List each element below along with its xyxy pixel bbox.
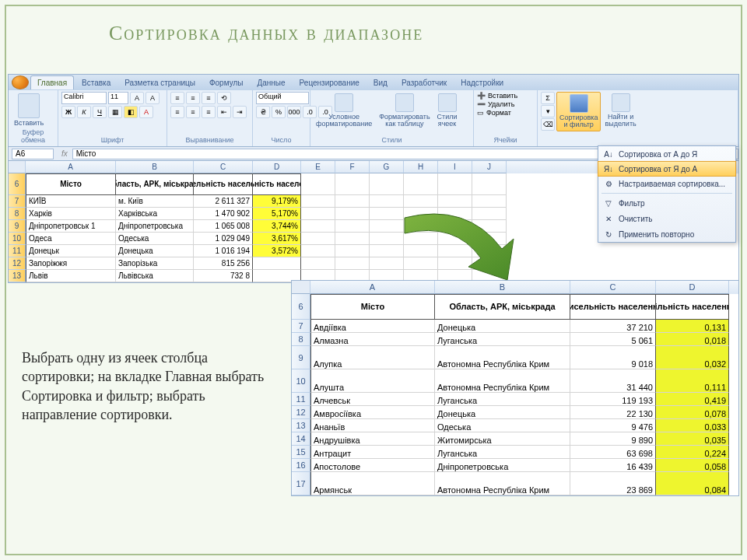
menu-clear[interactable]: ✕Очистить — [598, 211, 735, 226]
cell-region[interactable]: Луганська — [435, 333, 570, 346]
cell-region[interactable]: Запорізька — [116, 257, 194, 270]
cell-pop[interactable]: 1 029 049 — [194, 233, 253, 245]
paste-button[interactable]: Вставить — [12, 92, 46, 128]
cell-region[interactable]: Луганська — [435, 446, 570, 459]
borders-button[interactable]: ▦ — [108, 106, 122, 118]
cell-city[interactable]: Донецьк — [26, 245, 116, 257]
tab-addins[interactable]: Надстройки — [454, 76, 510, 89]
cell-density[interactable]: 0,032 — [656, 346, 729, 369]
indent-inc-button[interactable]: ⇥ — [233, 106, 247, 118]
cell-density[interactable]: 3,617% — [253, 233, 301, 245]
menu-filter[interactable]: ▽Фильтр — [598, 195, 735, 211]
cell-city[interactable]: Ананьїв — [310, 419, 435, 432]
cell-pop[interactable]: 63 698 — [570, 446, 656, 459]
sheet2-col-b[interactable]: B — [435, 281, 570, 294]
tab-pagelayout[interactable]: Разметка страницы — [118, 76, 202, 89]
cell-city[interactable]: Дніпропетровськ 1 — [26, 220, 116, 233]
cell-region[interactable]: Автономна Республіка Крим — [435, 369, 570, 393]
orientation-button[interactable]: ⟲ — [217, 92, 231, 104]
cell-pop[interactable]: 1 470 902 — [194, 208, 253, 220]
sheet2-header-density[interactable]: щільність населення — [656, 294, 729, 320]
cell-region[interactable]: Луганська — [435, 393, 570, 406]
cell-density[interactable]: 0,084 — [656, 472, 729, 495]
cell-pop[interactable]: 37 210 — [570, 320, 656, 333]
cell-city[interactable]: Алушта — [310, 369, 435, 393]
cell-city[interactable]: Одеса — [26, 233, 116, 245]
cell-styles-button[interactable]: Стили ячеек — [435, 92, 460, 130]
row-header[interactable]: 10 — [292, 369, 310, 393]
office-button[interactable] — [12, 75, 29, 89]
cell-region[interactable]: м. Київ — [116, 195, 194, 208]
row-header[interactable]: 16 — [292, 459, 310, 472]
cell-region[interactable]: Дніпропетровська — [435, 459, 570, 472]
name-box[interactable]: A6 — [12, 149, 54, 159]
bold-button[interactable]: Ж — [61, 106, 75, 118]
cell-region[interactable]: Харківська — [116, 208, 194, 220]
conditional-format-button[interactable]: Условное форматирование — [314, 92, 374, 130]
cell-density[interactable]: 3,744% — [253, 220, 301, 233]
cell-pop[interactable]: 2 611 327 — [194, 195, 253, 208]
tab-view[interactable]: Вид — [367, 76, 394, 89]
sheet2-header-pop[interactable]: Чисельність населення — [570, 294, 656, 320]
cell-region[interactable]: Одеська — [116, 233, 194, 245]
cell-pop[interactable]: 9 476 — [570, 419, 656, 432]
cell-pop[interactable]: 22 130 — [570, 406, 656, 419]
cell-region[interactable]: Одеська — [435, 419, 570, 432]
align-left-button[interactable]: ≡ — [170, 106, 184, 118]
shrink-font-button[interactable]: A — [146, 92, 160, 104]
col-header-g[interactable]: G — [370, 161, 404, 173]
grow-font-button[interactable]: A — [130, 92, 144, 104]
underline-button[interactable]: Ч — [93, 106, 107, 118]
cell-city[interactable]: Амвросіївка — [310, 406, 435, 419]
cell-city[interactable]: Антрацит — [310, 446, 435, 459]
cell-region[interactable]: Дніпропетровська — [116, 220, 194, 233]
cell-city[interactable]: Алмазна — [310, 333, 435, 346]
row-header[interactable]: 7 — [292, 320, 310, 333]
cell-density[interactable]: 0,078 — [656, 406, 729, 419]
indent-dec-button[interactable]: ⇤ — [217, 106, 231, 118]
cell-pop[interactable]: 9 018 — [570, 346, 656, 369]
col-header-c[interactable]: C — [194, 161, 253, 173]
cells-format-button[interactable]: ▭Формат — [477, 109, 511, 117]
cell-pop[interactable]: 815 256 — [194, 257, 253, 270]
tab-data[interactable]: Данные — [251, 76, 291, 89]
fill-color-button[interactable]: ◧ — [124, 106, 138, 118]
menu-sort-za[interactable]: Я↓Сортировка от Я до А — [598, 161, 736, 177]
row-header[interactable]: 9 — [292, 346, 310, 369]
tab-review[interactable]: Рецензирование — [293, 76, 366, 89]
font-color-button[interactable]: A — [139, 106, 153, 118]
tab-insert[interactable]: Вставка — [75, 76, 117, 89]
cell-city[interactable]: Апостолове — [310, 459, 435, 472]
fx-icon[interactable]: fx — [57, 149, 72, 158]
cell-density[interactable]: 5,170% — [253, 208, 301, 220]
cell-city[interactable]: Армянськ — [310, 472, 435, 495]
currency-button[interactable]: ₴ — [256, 106, 270, 118]
cell-region[interactable]: Львівська — [116, 270, 194, 282]
cell-city[interactable]: КИЇВ — [26, 195, 116, 208]
menu-sort-custom[interactable]: ⚙Настраиваемая сортировка... — [598, 176, 735, 191]
cell-region[interactable]: Донецька — [435, 320, 570, 333]
clear-button[interactable]: ⌫ — [541, 118, 555, 131]
col-header-d[interactable]: D — [253, 161, 301, 173]
row-header[interactable]: 15 — [292, 446, 310, 459]
row-header[interactable]: 8 — [9, 208, 26, 220]
row-header-6[interactable]: 6 — [9, 173, 26, 195]
cell-city[interactable]: Алчевськ — [310, 393, 435, 406]
cell-pop[interactable]: 732 8 — [194, 270, 253, 282]
cell-density[interactable]: 9,179% — [253, 195, 301, 208]
row-header[interactable]: 13 — [9, 270, 26, 282]
tab-home[interactable]: Главная — [30, 75, 74, 89]
menu-reapply[interactable]: ↻Применить повторно — [598, 226, 735, 242]
cell-density[interactable]: 0,033 — [656, 419, 729, 432]
format-as-table-button[interactable]: Форматировать как таблицу — [377, 92, 432, 130]
tab-formulas[interactable]: Формулы — [203, 76, 250, 89]
align-middle-button[interactable]: ≡ — [186, 92, 200, 104]
cell-density[interactable]: 0,058 — [656, 459, 729, 472]
cell-city[interactable]: Андрушівка — [310, 432, 435, 446]
cell-pop[interactable]: 16 439 — [570, 459, 656, 472]
sheet1-header-region[interactable]: Область, АРК, міськрада — [116, 173, 194, 195]
cell-region[interactable]: Автономна Республіка Крим — [435, 472, 570, 495]
cell-density[interactable]: 0,419 — [656, 393, 729, 406]
sheet2-corner[interactable] — [292, 281, 310, 294]
sheet2-col-a[interactable]: A — [310, 281, 435, 294]
